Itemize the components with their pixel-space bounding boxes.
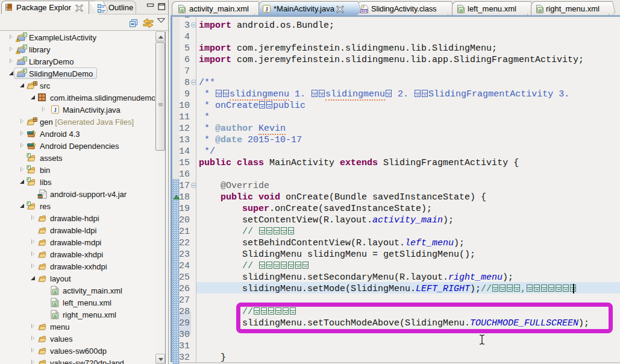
- svg-text:010: 010: [361, 9, 368, 13]
- svg-text:a: a: [53, 289, 56, 295]
- svg-text:a: a: [53, 301, 56, 307]
- svg-text:J: J: [54, 107, 57, 113]
- svg-text:a: a: [181, 7, 184, 13]
- svg-text:a: a: [539, 7, 542, 13]
- svg-text:a: a: [460, 7, 463, 13]
- svg-text:J: J: [265, 6, 268, 13]
- svg-text:a: a: [53, 313, 56, 319]
